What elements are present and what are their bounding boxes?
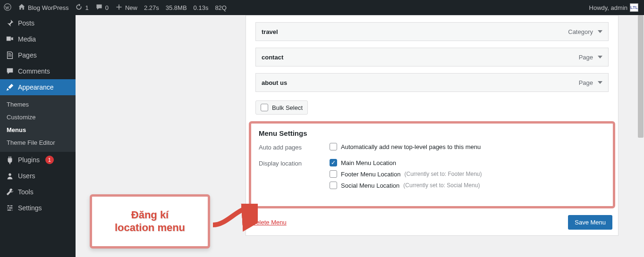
menu-settings-highlight: Menu Settings Auto add pages Automatical… xyxy=(249,121,615,208)
menu-item[interactable]: travel Category xyxy=(255,22,609,41)
location-social-checkbox[interactable] xyxy=(330,182,337,189)
sidebar-item-media[interactable]: Media xyxy=(0,31,76,47)
menu-item[interactable]: about us Page xyxy=(255,73,609,92)
new-label: New xyxy=(125,4,137,11)
annotation-arrow-icon xyxy=(211,204,258,232)
appearance-submenu: Themes Customize Menus Theme File Editor xyxy=(0,95,76,152)
main-content: travel Category contact Page about us Pa… xyxy=(76,15,637,257)
sidebar-label: Settings xyxy=(18,204,42,212)
scrollbar[interactable] xyxy=(637,15,644,257)
location-label: Social Menu Location xyxy=(341,182,399,189)
settings-icon xyxy=(6,204,14,212)
location-label: Main Menu Location xyxy=(341,159,396,166)
sidebar-label: Comments xyxy=(18,67,50,75)
sidebar-item-users[interactable]: Users xyxy=(0,168,76,184)
tools-icon xyxy=(6,188,14,196)
admin-sidebar: Posts Media Pages Comments Appearance Th… xyxy=(0,15,76,257)
bulk-select-checkbox[interactable] xyxy=(261,104,268,111)
sidebar-label: Posts xyxy=(18,19,34,27)
annotation-line1: Đăng kí xyxy=(131,209,169,221)
howdy-link[interactable]: Howdy, admin LTL xyxy=(589,3,638,12)
sidebar-label: Users xyxy=(18,172,35,180)
media-icon xyxy=(6,35,14,43)
svg-point-1 xyxy=(8,174,11,176)
comments-link[interactable]: 0 xyxy=(95,3,109,12)
sidebar-label: Media xyxy=(18,35,36,43)
location-hint: (Currently set to: Social Menu) xyxy=(403,182,480,189)
chevron-down-icon xyxy=(598,56,602,58)
sidebar-item-posts[interactable]: Posts xyxy=(0,15,76,31)
comments-count: 0 xyxy=(105,4,109,11)
stat-3[interactable]: 82Q xyxy=(215,4,227,11)
plugin-badge: 1 xyxy=(45,156,54,164)
menu-item-label: travel xyxy=(262,28,278,35)
howdy-label: Howdy, admin xyxy=(589,4,627,11)
users-icon xyxy=(6,172,14,180)
save-menu-button[interactable]: Save Menu xyxy=(568,215,612,230)
chevron-down-icon xyxy=(598,30,602,33)
submenu-customize[interactable]: Customize xyxy=(0,111,76,124)
auto-add-checkbox[interactable] xyxy=(330,143,337,150)
sidebar-label: Appearance xyxy=(18,83,54,91)
chevron-down-icon xyxy=(598,81,602,84)
menu-item-type: Page xyxy=(579,54,593,61)
updates-count: 1 xyxy=(85,4,88,11)
menu-item-type: Page xyxy=(579,79,593,86)
updates-link[interactable]: 1 xyxy=(75,3,88,12)
sidebar-item-plugins[interactable]: Plugins 1 xyxy=(0,152,76,168)
menu-item-label: about us xyxy=(262,79,287,86)
sidebar-item-appearance[interactable]: Appearance xyxy=(0,79,76,95)
plugin-icon xyxy=(6,156,14,164)
auto-add-label: Auto add pages xyxy=(259,143,315,154)
submenu-themes[interactable]: Themes xyxy=(0,98,76,111)
stat-2[interactable]: 0.13s xyxy=(194,4,209,11)
comments-icon xyxy=(6,67,14,75)
stat-0[interactable]: 2.27s xyxy=(144,4,159,11)
sidebar-label: Pages xyxy=(18,51,37,59)
sidebar-item-pages[interactable]: Pages xyxy=(0,47,76,63)
brush-icon xyxy=(6,83,14,91)
menu-structure-box: travel Category contact Page about us Pa… xyxy=(246,15,619,236)
sidebar-item-comments[interactable]: Comments xyxy=(0,63,76,79)
menu-item[interactable]: contact Page xyxy=(255,48,609,66)
annotation-line2: location menu xyxy=(115,222,185,234)
menu-settings-heading: Menu Settings xyxy=(259,129,605,137)
location-footer-checkbox[interactable] xyxy=(330,170,337,178)
admin-bar: Blog WorPress 1 0 New 2.27s 35.8MB 0.13s… xyxy=(0,0,644,15)
location-main-checkbox[interactable] xyxy=(330,159,337,166)
wp-logo[interactable] xyxy=(4,3,11,12)
display-location-label: Display location xyxy=(259,159,315,193)
site-link[interactable]: Blog WorPress xyxy=(18,3,68,12)
stat-1[interactable]: 35.8MB xyxy=(166,4,187,11)
bulk-select-button[interactable]: Bulk Select xyxy=(255,100,308,115)
scrollbar-thumb[interactable] xyxy=(638,15,644,138)
location-hint: (Currently set to: Footer Menu) xyxy=(404,171,482,177)
sidebar-item-tools[interactable]: Tools xyxy=(0,184,76,200)
bulk-select-label: Bulk Select xyxy=(272,104,303,111)
sidebar-label: Plugins xyxy=(18,156,40,164)
new-link[interactable]: New xyxy=(115,3,137,12)
location-label: Footer Menu Location xyxy=(341,171,400,178)
auto-add-option-label: Automatically add new top-level pages to… xyxy=(341,143,481,150)
avatar: LTL xyxy=(630,3,638,12)
sidebar-label: Tools xyxy=(18,188,34,196)
pin-icon xyxy=(6,19,14,27)
menu-item-type: Category xyxy=(568,28,593,35)
submenu-theme-editor[interactable]: Theme File Editor xyxy=(0,136,76,149)
annotation-box: Đăng kí location menu xyxy=(90,194,210,249)
sidebar-item-settings[interactable]: Settings xyxy=(0,200,76,216)
page-icon xyxy=(6,51,14,59)
submenu-menus[interactable]: Menus xyxy=(0,124,76,136)
menu-item-label: contact xyxy=(262,54,283,61)
site-title: Blog WorPress xyxy=(28,4,68,11)
